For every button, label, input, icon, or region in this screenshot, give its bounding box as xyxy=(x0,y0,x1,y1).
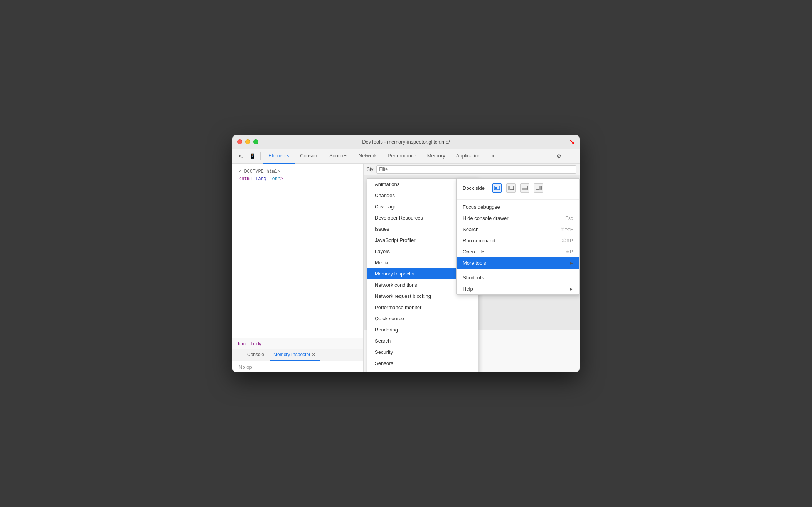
menu-item-sensors[interactable]: Sensors xyxy=(367,358,478,369)
dock-right-button[interactable] xyxy=(534,183,543,193)
menu-item-quick-source[interactable]: Quick source xyxy=(367,313,478,324)
tab-console[interactable]: Console xyxy=(295,149,324,164)
traffic-lights xyxy=(237,139,258,144)
tab-memory[interactable]: Memory xyxy=(422,149,451,164)
cursor-tool-button[interactable]: ↖ xyxy=(236,151,246,162)
dock-left-button[interactable] xyxy=(506,183,516,193)
undock-icon xyxy=(494,186,500,190)
nav-tabs: Elements Console Sources Network Perform… xyxy=(263,149,500,163)
toolbar-right: ⚙ ⋮ xyxy=(553,151,576,162)
settings-run-command[interactable]: Run command ⌘⇧P xyxy=(457,235,579,246)
tab-more[interactable]: » xyxy=(486,149,499,164)
settings-dropdown: Dock side xyxy=(456,178,580,295)
html-editor: <!DOCTYPE html> <html lang="en"> xyxy=(232,164,363,338)
dock-bottom-icon xyxy=(522,186,528,190)
html-line-2: <html lang="en"> xyxy=(239,176,357,183)
settings-divider-2 xyxy=(457,270,579,270)
breadcrumb-body[interactable]: body xyxy=(249,340,264,347)
devtools-window: DevTools - memory-inspector.glitch.me/ ↘… xyxy=(232,135,580,372)
window-title: DevTools - memory-inspector.glitch.me/ xyxy=(362,139,450,145)
redirect-arrow-icon: ↘ xyxy=(569,138,575,146)
settings-shortcut-2: ⌘⌥F xyxy=(560,227,573,232)
close-button[interactable] xyxy=(237,139,242,144)
toolbar-separator-1 xyxy=(260,152,261,160)
three-dot-icon: ⋮ xyxy=(568,153,574,159)
svg-rect-3 xyxy=(508,186,510,190)
devtools-toolbar: ↖ 📱 Elements Console Sources Network Per… xyxy=(232,149,580,164)
settings-shortcuts[interactable]: Shortcuts xyxy=(457,272,579,283)
console-drawer-tabs: ⋮ Console Memory Inspector × xyxy=(232,349,363,361)
settings-more-tools[interactable]: More tools ▶ xyxy=(457,257,579,269)
menu-item-search[interactable]: Search xyxy=(367,335,478,346)
menu-item-webaudio[interactable]: WebAudio xyxy=(367,369,478,372)
help-submenu-arrow-icon: ▶ xyxy=(570,287,573,291)
settings-shortcut-1: Esc xyxy=(565,216,573,221)
title-bar: DevTools - memory-inspector.glitch.me/ ↘ xyxy=(232,135,580,149)
cursor-icon: ↖ xyxy=(239,153,243,159)
tab-network[interactable]: Network xyxy=(353,149,382,164)
settings-hide-console-drawer[interactable]: Hide console drawer Esc xyxy=(457,213,579,224)
console-drawer: ⋮ Console Memory Inspector × No op xyxy=(232,349,363,372)
submenu-arrow-icon: ▶ xyxy=(570,261,573,265)
left-panel: <!DOCTYPE html> <html lang="en"> html bo… xyxy=(232,164,364,372)
dock-left-icon xyxy=(508,186,514,190)
settings-button[interactable]: ⚙ xyxy=(553,151,564,162)
svg-rect-5 xyxy=(522,188,527,190)
svg-rect-1 xyxy=(495,187,497,189)
filter-input[interactable] xyxy=(376,165,576,174)
maximize-button[interactable] xyxy=(253,139,258,144)
dock-side-label: Dock side xyxy=(463,185,485,191)
tab-elements[interactable]: Elements xyxy=(263,149,295,164)
dock-undock-button[interactable] xyxy=(492,183,502,193)
drawer-tab-console[interactable]: Console xyxy=(243,349,268,361)
settings-open-file[interactable]: Open File ⌘P xyxy=(457,246,579,257)
tab-application[interactable]: Application xyxy=(451,149,486,164)
dock-side-row: Dock side xyxy=(463,183,573,193)
minimize-button[interactable] xyxy=(245,139,250,144)
html-line-1: <!DOCTYPE html> xyxy=(239,168,357,176)
device-toggle-icon: 📱 xyxy=(249,153,256,159)
drawer-tab-close-button[interactable]: × xyxy=(310,352,317,358)
settings-shortcut-4: ⌘P xyxy=(565,249,573,255)
tab-performance[interactable]: Performance xyxy=(382,149,421,164)
menu-item-rendering[interactable]: Rendering xyxy=(367,324,478,335)
drawer-more-button[interactable]: ⋮ xyxy=(234,351,242,359)
device-toggle-button[interactable]: 📱 xyxy=(247,151,258,162)
dock-side-section: Dock side xyxy=(457,179,579,198)
gear-icon: ⚙ xyxy=(556,153,561,159)
no-op-area: No op xyxy=(232,361,363,372)
more-options-button[interactable]: ⋮ xyxy=(566,151,576,162)
drawer-tab-memory-inspector[interactable]: Memory Inspector × xyxy=(270,349,320,361)
styles-label: Sty xyxy=(367,167,373,172)
dock-right-icon xyxy=(536,186,542,190)
tab-sources[interactable]: Sources xyxy=(324,149,353,164)
dock-bottom-button[interactable] xyxy=(520,183,529,193)
settings-shortcut-3: ⌘⇧P xyxy=(561,238,573,243)
settings-divider-1 xyxy=(457,199,579,200)
svg-rect-7 xyxy=(539,186,541,190)
devtools-content: <!DOCTYPE html> <html lang="en"> html bo… xyxy=(232,164,580,372)
settings-search[interactable]: Search ⌘⌥F xyxy=(457,224,579,235)
settings-help[interactable]: Help ▶ xyxy=(457,283,579,294)
menu-item-performance-monitor[interactable]: Performance monitor xyxy=(367,302,478,313)
styles-header: Sty xyxy=(364,164,580,175)
breadcrumb-html[interactable]: html xyxy=(236,340,249,347)
breadcrumb: html body xyxy=(232,338,363,349)
menu-item-security[interactable]: Security xyxy=(367,346,478,358)
settings-focus-debuggee[interactable]: Focus debuggee xyxy=(457,201,579,213)
